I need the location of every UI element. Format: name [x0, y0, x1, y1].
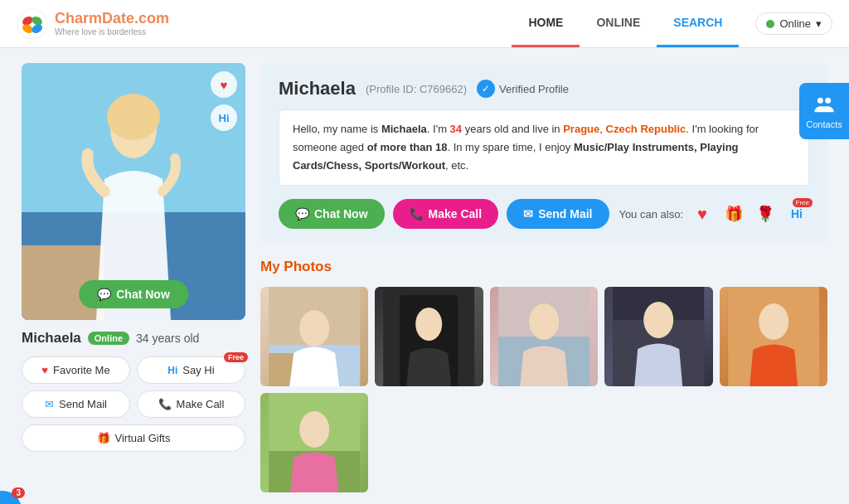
chat-now-button[interactable]: 💬 Chat Now	[279, 199, 385, 229]
contacts-panel[interactable]: Contacts	[799, 83, 849, 139]
photo-thumb-5[interactable]	[720, 287, 827, 386]
heart-icon: ♥	[41, 364, 48, 376]
can-also-hi-icon[interactable]: Hi Free	[784, 201, 809, 226]
photo-thumb-4[interactable]	[604, 287, 712, 386]
logo-title: CharmDate.com	[55, 10, 169, 28]
profile-card-header: Michaela (Profile ID: C769662) ✓ Verifie…	[279, 78, 809, 99]
photos-grid-row1	[260, 287, 827, 386]
hi-icon: Hi	[167, 365, 177, 376]
hi-fab-badge: 3	[12, 487, 25, 498]
profile-info-left: Michaela Online 34 years old	[22, 330, 245, 346]
svg-point-26	[759, 303, 788, 340]
send-mail-button[interactable]: ✉ Send Mail	[22, 390, 130, 418]
verified-icon: ✓	[477, 80, 495, 98]
online-status-dropdown[interactable]: Online ▾	[755, 12, 832, 35]
my-photos-title: My Photos	[260, 259, 827, 275]
svg-point-29	[299, 411, 329, 448]
photo-action-icons: ♥ Hi	[211, 71, 237, 131]
age-text-left: 34 years old	[136, 332, 199, 345]
bio-text1: . I'm	[427, 123, 450, 135]
bio-age: 34	[450, 123, 462, 135]
header: CharmDate.com Where love is borderless H…	[0, 0, 849, 48]
bio-text6: , etc.	[445, 159, 468, 172]
profile-main-name: Michaela	[279, 78, 356, 99]
virtual-gifts-button[interactable]: 🎁 Virtual Gifts	[22, 424, 245, 452]
profile-actions: 💬 Chat Now 📞 Make Call ✉ Send Mail You c…	[279, 199, 809, 229]
action-buttons: ♥ Favorite Me Hi Say Hi Free ✉ Send Mail…	[22, 356, 245, 452]
make-call-button[interactable]: 📞 Make Call	[137, 390, 245, 418]
mail-icon: ✉	[45, 398, 54, 410]
can-also-free-badge: Free	[793, 198, 813, 207]
contacts-label: Contacts	[806, 119, 842, 129]
photo-thumb-2[interactable]	[375, 287, 483, 386]
svg-point-24	[643, 302, 673, 338]
profile-photo-container: ♥ Hi 💬 Chat Now	[22, 63, 245, 320]
say-hi-button[interactable]: Hi Say Hi Free	[137, 356, 245, 384]
profile-id: (Profile ID: C769662)	[366, 83, 467, 95]
photo-chat-icon[interactable]: Hi	[211, 104, 237, 131]
main-content: ♥ Hi 💬 Chat Now Michaela Online 34 years…	[10, 63, 839, 492]
favorite-me-button[interactable]: ♥ Favorite Me	[22, 356, 130, 384]
photo-thumb-3[interactable]	[490, 287, 598, 386]
profile-bio: Hello, my name is Michaela. I'm 34 years…	[279, 109, 809, 186]
svg-point-6	[825, 98, 831, 104]
bio-name: Michaela	[381, 123, 427, 135]
photo-thumb-6[interactable]	[260, 393, 368, 492]
can-also-heart-icon[interactable]: ♥	[690, 201, 715, 226]
profile-name-left: Michaela	[22, 330, 81, 346]
profile-card: Michaela (Profile ID: C769662) ✓ Verifie…	[260, 63, 827, 244]
contacts-icon	[813, 93, 836, 116]
svg-point-18	[416, 308, 443, 341]
online-dot-icon	[766, 20, 774, 28]
logo-subtitle: Where love is borderless	[55, 27, 169, 37]
dropdown-arrow-icon: ▾	[816, 17, 822, 30]
verified-label: Verified Profile	[499, 83, 569, 95]
hi-fab-button[interactable]: Hi 3	[0, 491, 22, 504]
photo-thumb-1[interactable]	[260, 287, 368, 386]
chat-icon: 💬	[97, 288, 111, 301]
svg-point-15	[299, 310, 329, 346]
photo-favorite-icon[interactable]: ♥	[211, 71, 237, 98]
nav-online[interactable]: ONLINE	[580, 0, 657, 47]
photos-grid-row2	[260, 393, 827, 492]
left-column: ♥ Hi 💬 Chat Now Michaela Online 34 years…	[22, 63, 245, 492]
bio-text5: . In my spare time, I enjoy	[447, 141, 573, 153]
logo-icon	[17, 8, 48, 40]
phone-icon-right: 📞	[410, 207, 424, 220]
chat-now-icon: 💬	[295, 207, 309, 220]
bio-intro: Hello, my name is	[293, 123, 381, 135]
online-status-label: Online	[779, 17, 811, 30]
svg-point-21	[529, 303, 559, 340]
free-badge-say-hi: Free	[224, 352, 248, 362]
mail-icon-right: ✉	[523, 207, 533, 220]
bio-text3: ,	[599, 123, 605, 135]
logo-text-block: CharmDate.com Where love is borderless	[55, 10, 169, 38]
nav-bar: HOME ONLINE SEARCH	[512, 0, 739, 47]
nav-search[interactable]: SEARCH	[657, 0, 739, 47]
logo-area: CharmDate.com Where love is borderless	[17, 8, 512, 40]
online-badge-left: Online	[88, 332, 129, 345]
bio-city: Prague	[563, 123, 599, 135]
gift-icon: 🎁	[97, 432, 110, 444]
you-can-also-label: You can also:	[619, 208, 683, 220]
nav-home[interactable]: HOME	[512, 0, 580, 47]
svg-point-5	[817, 98, 823, 104]
can-also-gift-icon[interactable]: 🎁	[721, 201, 746, 226]
bio-country: Czech Republic	[606, 123, 686, 135]
right-column: Michaela (Profile ID: C769662) ✓ Verifie…	[260, 63, 827, 492]
my-photos-section: My Photos	[260, 259, 827, 492]
verified-badge: ✓ Verified Profile	[477, 80, 569, 98]
svg-point-0	[17, 8, 47, 38]
bio-text2: years old and live in	[462, 123, 563, 135]
phone-icon: 📞	[158, 398, 172, 410]
bio-bold1: of more than 18	[367, 141, 448, 153]
make-call-button-right[interactable]: 📞 Make Call	[393, 199, 499, 229]
you-can-also: You can also: ♥ 🎁 🌹 Hi Free	[619, 201, 809, 226]
svg-point-11	[107, 94, 160, 140]
can-also-rose-icon[interactable]: 🌹	[753, 201, 778, 226]
chat-now-photo-button[interactable]: 💬 Chat Now	[79, 280, 188, 308]
send-mail-button-right[interactable]: ✉ Send Mail	[507, 199, 609, 229]
